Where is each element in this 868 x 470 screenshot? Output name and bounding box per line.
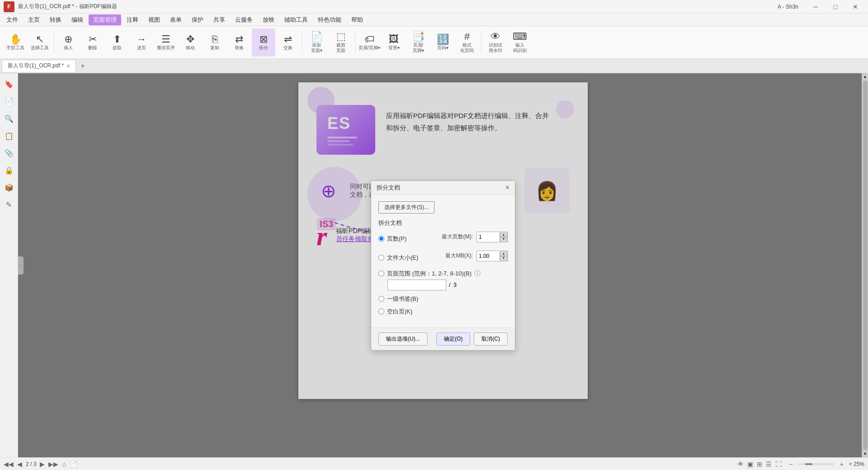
tool-select[interactable]: ↖ 选择工具	[28, 28, 52, 57]
nav-prev-button[interactable]: ◀	[17, 461, 22, 468]
output-options-button[interactable]: 输出选项(U)...	[378, 332, 428, 346]
tool-watermark[interactable]: 🏷 页眉/页脚▾	[358, 28, 381, 57]
split-document-dialog: 拆分文档 × 选择更多文件(S)... 拆分文档	[371, 180, 515, 351]
max-mb-input[interactable]	[477, 251, 500, 261]
zoom-level[interactable]: + 25%	[849, 461, 864, 467]
pagerange-radio[interactable]	[378, 271, 384, 276]
page-total: 3	[453, 281, 457, 288]
close-button[interactable]: ✕	[846, 2, 864, 11]
tool-extract-label: 提取	[113, 45, 122, 51]
menu-view[interactable]: 视图	[144, 14, 165, 25]
bookmark-radio[interactable]	[378, 296, 384, 302]
tool-ocr[interactable]: 👁 识别试用水印	[484, 28, 507, 57]
max-mb-down-button[interactable]: ▼	[500, 256, 507, 261]
tool-select-label: 选择工具	[31, 45, 49, 51]
menu-file[interactable]: 文件	[2, 14, 23, 25]
menu-convert[interactable]: 转换	[45, 14, 66, 25]
tab-close-button[interactable]: ×	[66, 62, 70, 70]
exchange-icon: ⇌	[284, 34, 292, 44]
page-display: 2 / 3	[26, 461, 36, 467]
menu-cloud[interactable]: 云服务	[231, 14, 257, 25]
max-pages-down-button[interactable]: ▼	[500, 237, 507, 242]
active-tab[interactable]: 新人引导(1)_OCR.pdf * ×	[2, 60, 76, 72]
sidebar-bookmark-icon[interactable]: 🔖	[2, 77, 16, 91]
menu-share[interactable]: 共享	[209, 14, 230, 25]
pagerange-info-icon[interactable]: ⓘ	[474, 270, 481, 278]
menu-tools[interactable]: 辅助工具	[280, 14, 312, 25]
nav-home-button[interactable]: ⌂	[62, 461, 66, 468]
max-mb-up-button[interactable]: ▲	[500, 252, 507, 256]
select-files-button[interactable]: 选择更多文件(S)...	[378, 201, 434, 214]
menu-features[interactable]: 特色功能	[313, 14, 346, 25]
sidebar-pages-icon[interactable]: 📄	[2, 94, 16, 109]
pages-radio[interactable]	[378, 236, 384, 242]
two-page-icon[interactable]: ⊞	[757, 461, 762, 468]
menu-present[interactable]: 放映	[258, 14, 279, 25]
menu-form[interactable]: 表单	[165, 14, 186, 25]
max-pages-up-button[interactable]: ▲	[500, 233, 507, 237]
new-tab-button[interactable]: +	[77, 60, 88, 72]
menu-home[interactable]: 主页	[24, 14, 44, 25]
nav-page-button[interactable]: 📄	[70, 461, 77, 468]
view-mode-icon[interactable]: 👁	[737, 461, 744, 468]
tool-hand[interactable]: ✋ 手型工具	[4, 28, 27, 57]
statusbar-right: 👁 ▣ ⊞ ☰ ⛶ − + + 25%	[737, 461, 864, 468]
sidebar-attachments-icon[interactable]: 📎	[2, 146, 16, 160]
user-account[interactable]: A - Sh3n	[775, 3, 801, 11]
zoom-in-button[interactable]: +	[840, 461, 843, 468]
nav-first-button[interactable]: ◀◀	[4, 461, 14, 468]
max-pages-input[interactable]	[477, 232, 500, 242]
tool-background-label: 背景▾	[388, 45, 400, 51]
tool-croppage[interactable]: ⬚ 裁剪页面	[329, 28, 353, 57]
tool-background[interactable]: 🖼 背景▾	[382, 28, 406, 57]
menu-edit[interactable]: 编辑	[67, 14, 88, 25]
tool-copy[interactable]: ⎘ 复制	[203, 28, 226, 57]
zoom-out-button[interactable]: −	[789, 461, 793, 468]
scroll-mode-icon[interactable]: ☰	[766, 461, 772, 468]
tool-addpage[interactable]: 📄 添加页面▾	[305, 28, 328, 57]
tool-input[interactable]: ⌨ 输入码识别	[508, 28, 532, 57]
tool-move[interactable]: ✥ 移动	[179, 28, 202, 57]
filesize-radio-row: 文件大小(E)	[378, 254, 418, 262]
nav-next-button[interactable]: ▶	[40, 461, 45, 468]
menu-comment[interactable]: 注释	[122, 14, 143, 25]
tool-replace[interactable]: ⇄ 替换	[227, 28, 251, 57]
minimize-button[interactable]: ─	[807, 2, 825, 11]
tool-insert[interactable]: ⊕ 插入	[57, 28, 80, 57]
blankpage-radio[interactable]	[378, 309, 384, 314]
addpage-icon: 📄	[311, 32, 323, 42]
tool-split[interactable]: ⊠ 拆分	[252, 28, 275, 57]
sidebar-edit-icon[interactable]: ✎	[2, 197, 16, 212]
input-icon: ⌨	[513, 32, 527, 42]
cancel-button[interactable]: 取消(C)	[474, 332, 508, 346]
nav-last-button[interactable]: ▶▶	[48, 461, 58, 468]
menu-pagemanage[interactable]: 页面管理	[89, 14, 121, 25]
menu-protect[interactable]: 保护	[187, 14, 208, 25]
sidebar-search-icon[interactable]: 🔍	[2, 111, 16, 126]
hand-icon: ✋	[9, 34, 22, 44]
tool-format[interactable]: # 格式化页码	[455, 28, 479, 57]
tool-exchange[interactable]: ⇌ 交换	[276, 28, 300, 57]
tool-insert-label: 插入	[64, 45, 73, 51]
pagerange-radio-label: 页面范围 (范例：1, 2-7, 8-10)(B)	[387, 270, 472, 278]
maximize-button[interactable]: □	[826, 2, 844, 11]
fullscreen-icon[interactable]: ⛶	[775, 461, 782, 468]
sidebar-security-icon[interactable]: 🔒	[2, 163, 16, 177]
ok-button[interactable]: 确定(O)	[436, 332, 470, 346]
tool-forward[interactable]: → 进页	[130, 28, 153, 57]
tool-reorder[interactable]: ☰ 重排页序	[154, 28, 178, 57]
filesize-radio[interactable]	[378, 255, 384, 261]
bookmark-radio-row: 一级书签(B)	[378, 295, 508, 303]
tool-header[interactable]: 📑 页眉/页脚▾	[406, 28, 430, 57]
tool-delete[interactable]: ✂ 删除	[81, 28, 104, 57]
single-page-icon[interactable]: ▣	[747, 461, 753, 468]
sidebar-layers-icon[interactable]: 📦	[2, 180, 16, 195]
tool-extract[interactable]: ⬆ 提取	[105, 28, 129, 57]
tool-pageno[interactable]: 🔢 页码▾	[431, 28, 454, 57]
sidebar-comments-icon[interactable]: 📋	[2, 128, 16, 143]
dialog-close-button[interactable]: ×	[505, 184, 509, 192]
menu-help[interactable]: 帮助	[347, 14, 368, 25]
tool-delete-label: 删除	[88, 45, 97, 51]
watermark-icon: 🏷	[364, 34, 374, 44]
page-range-input[interactable]	[387, 280, 446, 290]
